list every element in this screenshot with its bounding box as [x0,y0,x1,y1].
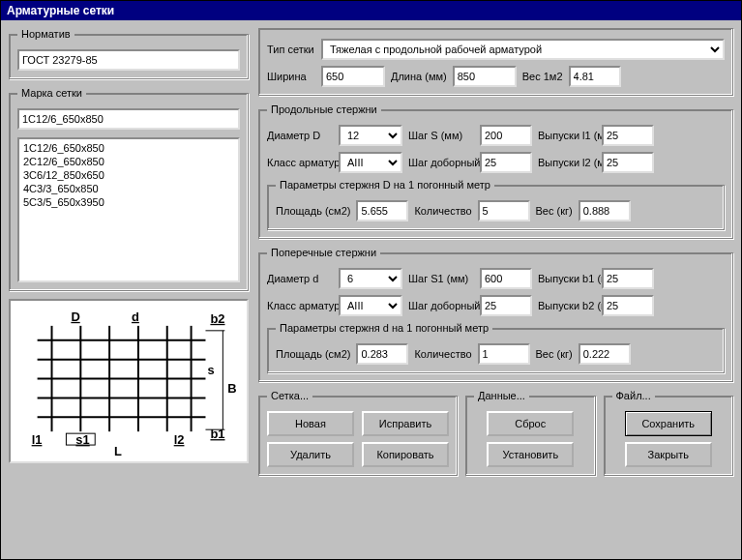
trans-step-input[interactable] [480,268,532,289]
set-button[interactable]: Установить [487,442,574,467]
list-item[interactable]: 3С6/12_850x650 [21,168,236,182]
mesh-diagram: D d b2 b1 s B l1 s1 l2 L [9,299,249,463]
trans-area-input[interactable] [356,343,408,365]
mesh-ops-group: Сетка... Новая Исправить Удалить Копиров… [258,390,458,476]
window-title: Арматурные сетки [1,1,741,20]
mesh-type-select[interactable]: Тяжелая с продольной рабочей арматурой [321,39,725,60]
longit-diam-select[interactable]: 12 [339,125,402,146]
trans-area-label: Площадь (см2) [276,348,350,360]
trans-class-label: Класс арматуры [267,300,333,311]
list-item[interactable]: 1С12/6_650x850 [21,141,236,155]
longit-out1-label: Выпуски l1 (мм) [538,130,596,141]
longit-area-label: Площадь (см2) [276,205,350,217]
mesh-wpm-input[interactable] [569,66,621,87]
svg-text:l2: l2 [174,432,185,447]
trans-wt-label: Вес (кг) [536,348,573,360]
trans-class-select[interactable]: AIII [339,295,402,316]
list-item[interactable]: 4С3/3_650x850 [21,182,236,195]
mesh-ops-legend: Сетка... [267,390,312,401]
longit-out1-input[interactable] [602,125,654,146]
longit-params-legend: Параметры стержня D на 1 погонный метр [276,179,494,191]
close-button[interactable]: Закрыть [625,442,712,467]
svg-text:B: B [227,381,236,396]
brand-group: Марка сетки 1С12/6_650x850 2С12/6_650x85… [9,87,249,291]
file-ops-legend: Файл... [612,390,655,401]
transverse-legend: Поперечные стержни [267,247,380,258]
normative-input[interactable] [17,49,240,71]
delete-button[interactable]: Удалить [267,442,354,467]
trans-wt-input[interactable] [579,343,631,365]
normative-group: Норматив [9,28,249,79]
trans-count-input[interactable] [478,343,530,365]
fix-button[interactable]: Исправить [362,411,449,436]
file-ops-group: Файл... Сохранить Закрыть [604,390,734,476]
trans-out2-label: Выпуски b2 (мм) [538,300,596,311]
mesh-wpm-label: Вес 1м2 [522,71,563,82]
reset-button[interactable]: Сброс [487,411,574,436]
svg-text:d: d [132,309,139,324]
trans-out2-input[interactable] [602,295,654,316]
longit-params-group: Параметры стержня D на 1 погонный метр П… [267,179,725,230]
data-ops-legend: Данные... [474,390,529,401]
svg-text:D: D [71,309,79,324]
save-button[interactable]: Сохранить [625,411,712,436]
longit-class-select[interactable]: AIII [339,152,402,173]
trans-params-legend: Параметры стержня d на 1 погонный метр [276,322,492,334]
mesh-props-group: Тип сетки Тяжелая с продольной рабочей а… [258,28,733,96]
mesh-length-label: Длина (мм) [391,71,447,82]
trans-params-group: Параметры стержня d на 1 погонный метр П… [267,322,725,373]
longitudinal-legend: Продольные стержни [267,103,381,115]
trans-count-label: Количество [414,348,471,360]
svg-text:l1: l1 [32,432,43,447]
longitudinal-group: Продольные стержни Диаметр D 12 Шаг S (м… [258,103,733,239]
copy-button[interactable]: Копировать [362,442,449,467]
longit-count-label: Количество [414,205,471,217]
brand-input[interactable] [17,108,240,130]
longit-out2-label: Выпуски l2 (мм) [538,157,596,168]
mesh-length-input[interactable] [453,66,517,87]
trans-diam-select[interactable]: 6 [339,268,402,289]
brand-legend: Марка сетки [17,87,86,99]
transverse-group: Поперечные стержни Диаметр d 6 Шаг S1 (м… [258,247,733,382]
longit-out2-input[interactable] [602,152,654,173]
longit-step-input[interactable] [480,125,532,146]
trans-step-label: Шаг S1 (мм) [408,273,474,284]
longit-diam-label: Диаметр D [267,130,333,141]
longit-wt-input[interactable] [579,200,631,221]
trans-diam-label: Диаметр d [267,273,333,284]
longit-addstep-input[interactable] [480,152,532,173]
trans-out1-input[interactable] [602,268,654,289]
brand-listbox[interactable]: 1С12/6_650x850 2С12/6_650x850 3С6/12_850… [17,137,240,282]
mesh-width-label: Ширина [267,71,315,82]
longit-count-input[interactable] [478,200,530,221]
mesh-type-label: Тип сетки [267,44,315,55]
longit-class-label: Класс арматуры [267,157,333,168]
svg-text:s: s [207,363,214,377]
list-item[interactable]: 2С12/6_650x850 [21,155,236,168]
trans-out1-label: Выпуски b1 (мм) [538,273,596,284]
longit-step-label: Шаг S (мм) [408,130,474,141]
trans-addstep-input[interactable] [480,295,532,316]
list-item[interactable]: 5С3/5_650x3950 [21,195,236,209]
normative-legend: Норматив [17,28,74,40]
new-button[interactable]: Новая [267,411,354,436]
mesh-width-input[interactable] [321,66,385,87]
longit-area-input[interactable] [356,200,408,221]
svg-text:b2: b2 [210,311,224,326]
data-ops-group: Данные... Сброс Установить [465,390,596,476]
longit-wt-label: Вес (кг) [536,205,573,217]
svg-text:L: L [114,444,122,456]
